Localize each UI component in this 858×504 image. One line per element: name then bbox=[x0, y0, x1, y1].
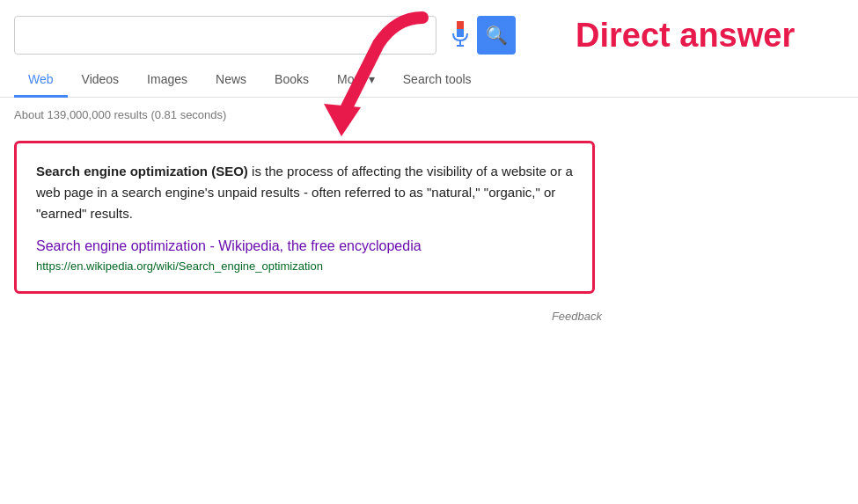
answer-text: Search engine optimization (SEO) is the … bbox=[36, 161, 573, 224]
mic-button[interactable] bbox=[451, 16, 470, 55]
answer-bold-term: Search engine optimization bbox=[36, 164, 208, 179]
main-content: Search engine optimization (SEO) is the … bbox=[0, 132, 858, 303]
search-icon: 🔍 bbox=[486, 25, 508, 46]
answer-link-title[interactable]: Search engine optimization - Wikipedia, … bbox=[36, 238, 573, 254]
svg-rect-1 bbox=[457, 21, 464, 29]
nav-tabs: Web Videos Images News Books More ▾ Sear… bbox=[0, 63, 858, 98]
tab-more[interactable]: More ▾ bbox=[323, 63, 389, 98]
tab-books[interactable]: Books bbox=[260, 63, 323, 98]
search-button[interactable]: 🔍 bbox=[477, 16, 516, 55]
tab-videos[interactable]: Videos bbox=[68, 63, 134, 98]
tab-search-tools[interactable]: Search tools bbox=[389, 63, 486, 98]
direct-answer-label: Direct answer bbox=[576, 17, 844, 55]
search-bar-area: what is seo 🔍 Direct answer bbox=[0, 0, 858, 63]
svg-rect-2 bbox=[457, 29, 464, 37]
results-count: About 139,000,000 results (0.81 seconds) bbox=[0, 98, 858, 132]
tab-images[interactable]: Images bbox=[133, 63, 202, 98]
feedback-label[interactable]: Feedback bbox=[0, 303, 616, 330]
search-input-wrapper: what is seo bbox=[14, 16, 436, 55]
answer-box: Search engine optimization (SEO) is the … bbox=[14, 141, 595, 294]
answer-bold-abbr: (SEO) bbox=[208, 164, 248, 179]
answer-link-container: Search engine optimization - Wikipedia, … bbox=[36, 238, 573, 274]
tab-web[interactable]: Web bbox=[14, 63, 68, 98]
answer-url: https://en.wikipedia.org/wiki/Search_eng… bbox=[36, 259, 323, 273]
search-input[interactable]: what is seo bbox=[26, 26, 425, 45]
tab-news[interactable]: News bbox=[202, 63, 260, 98]
